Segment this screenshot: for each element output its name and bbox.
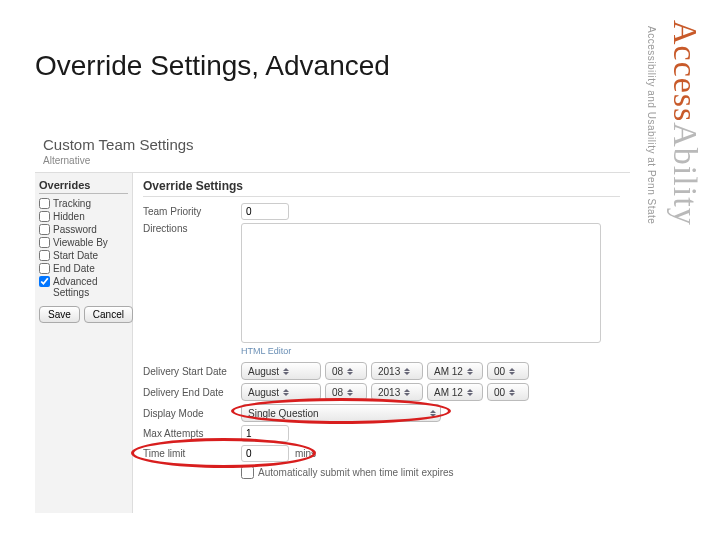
checkbox-advanced-settings[interactable] — [39, 276, 50, 287]
override-end-date[interactable]: End Date — [39, 263, 128, 274]
stepper-icon — [509, 368, 515, 375]
stepper-icon — [467, 389, 473, 396]
checkbox-tracking[interactable] — [39, 198, 50, 209]
watermark: Accessibility and Usability at Penn Stat… — [636, 20, 706, 520]
display-mode-select[interactable]: Single Question — [241, 404, 441, 422]
settings-panel: Custom Team Settings Alternative Overrid… — [35, 130, 630, 525]
override-label: Password — [53, 224, 97, 235]
end-year-select[interactable]: 2013 — [371, 383, 423, 401]
stepper-icon — [404, 368, 410, 375]
html-editor-link[interactable]: HTML Editor — [241, 346, 620, 356]
stepper-icon — [467, 368, 473, 375]
stepper-icon — [347, 368, 353, 375]
time-limit-unit: mins — [295, 448, 316, 459]
time-limit-input[interactable] — [241, 445, 289, 462]
stepper-icon — [347, 389, 353, 396]
select-value: August — [248, 387, 279, 398]
directions-textarea[interactable] — [241, 223, 601, 343]
overrides-sidebar: Overrides Tracking Hidden Password Viewa… — [35, 173, 133, 513]
select-value: AM 12 — [434, 387, 463, 398]
checkbox-start-date[interactable] — [39, 250, 50, 261]
start-year-select[interactable]: 2013 — [371, 362, 423, 380]
checkbox-end-date[interactable] — [39, 263, 50, 274]
max-attempts-label: Max Attempts — [143, 428, 241, 439]
override-password[interactable]: Password — [39, 224, 128, 235]
start-ampm-select[interactable]: AM 12 — [427, 362, 483, 380]
watermark-tagline: Accessibility and Usability at Penn Stat… — [646, 26, 657, 224]
display-mode-label: Display Mode — [143, 408, 241, 419]
time-limit-label: Time limit — [143, 448, 241, 459]
override-label: Tracking — [53, 198, 91, 209]
start-month-select[interactable]: August — [241, 362, 321, 380]
checkbox-password[interactable] — [39, 224, 50, 235]
panel-title: Custom Team Settings — [43, 136, 622, 153]
select-value: August — [248, 366, 279, 377]
watermark-brand: AccessAbility — [666, 20, 704, 226]
delivery-start-label: Delivery Start Date — [143, 366, 241, 377]
select-value: 2013 — [378, 366, 400, 377]
checkbox-hidden[interactable] — [39, 211, 50, 222]
panel-header: Custom Team Settings Alternative — [35, 130, 630, 173]
stepper-icon — [509, 389, 515, 396]
delivery-end-label: Delivery End Date — [143, 387, 241, 398]
select-value: 00 — [494, 387, 505, 398]
override-settings-main: Override Settings Team Priority Directio… — [133, 173, 630, 513]
override-viewable-by[interactable]: Viewable By — [39, 237, 128, 248]
override-advanced-settings[interactable]: Advanced Settings — [39, 276, 128, 298]
stepper-icon — [404, 389, 410, 396]
panel-subtitle: Alternative — [43, 155, 622, 166]
team-priority-input[interactable] — [241, 203, 289, 220]
end-day-select[interactable]: 08 — [325, 383, 367, 401]
directions-label: Directions — [143, 223, 241, 234]
override-label: Hidden — [53, 211, 85, 222]
slide-title: Override Settings, Advanced — [35, 50, 390, 82]
override-label: End Date — [53, 263, 95, 274]
override-tracking[interactable]: Tracking — [39, 198, 128, 209]
stepper-icon — [430, 410, 436, 417]
select-value: Single Question — [248, 408, 319, 419]
brand-part-1: Access — [667, 20, 704, 122]
select-value: 2013 — [378, 387, 400, 398]
checkbox-viewable-by[interactable] — [39, 237, 50, 248]
brand-part-2: Ability — [667, 122, 704, 225]
override-label: Viewable By — [53, 237, 108, 248]
max-attempts-input[interactable] — [241, 425, 289, 442]
select-value: 08 — [332, 366, 343, 377]
stepper-icon — [283, 368, 289, 375]
end-minute-select[interactable]: 00 — [487, 383, 529, 401]
team-priority-label: Team Priority — [143, 206, 241, 217]
cancel-button[interactable]: Cancel — [84, 306, 133, 323]
start-day-select[interactable]: 08 — [325, 362, 367, 380]
sidebar-heading: Overrides — [39, 179, 128, 194]
save-button[interactable]: Save — [39, 306, 80, 323]
override-label: Advanced Settings — [53, 276, 128, 298]
override-label: Start Date — [53, 250, 98, 261]
select-value: AM 12 — [434, 366, 463, 377]
select-value: 00 — [494, 366, 505, 377]
override-start-date[interactable]: Start Date — [39, 250, 128, 261]
override-hidden[interactable]: Hidden — [39, 211, 128, 222]
auto-submit-checkbox[interactable] — [241, 466, 254, 479]
start-minute-select[interactable]: 00 — [487, 362, 529, 380]
end-month-select[interactable]: August — [241, 383, 321, 401]
end-ampm-select[interactable]: AM 12 — [427, 383, 483, 401]
select-value: 08 — [332, 387, 343, 398]
stepper-icon — [283, 389, 289, 396]
auto-submit-label: Automatically submit when time limit exp… — [258, 467, 454, 478]
main-heading: Override Settings — [143, 179, 620, 197]
